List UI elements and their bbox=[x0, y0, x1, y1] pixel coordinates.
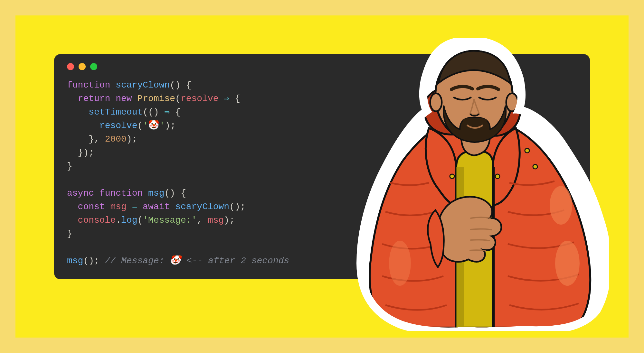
function-name: scaryClown bbox=[175, 202, 229, 212]
keyword: await bbox=[143, 202, 170, 212]
code-block: function scaryClown() { return new Promi… bbox=[67, 79, 577, 268]
keyword: function bbox=[67, 80, 110, 90]
keyword: async bbox=[67, 188, 94, 198]
keyword: return bbox=[78, 94, 110, 104]
identifier: resolve bbox=[181, 94, 219, 104]
function-name: msg bbox=[67, 256, 83, 266]
maximize-icon[interactable] bbox=[90, 63, 97, 70]
minimize-icon[interactable] bbox=[79, 63, 86, 70]
function-name: setTimeout bbox=[89, 107, 143, 117]
string-literal: 'Message:' bbox=[143, 215, 197, 225]
string-literal: '🤡' bbox=[143, 121, 165, 131]
arrow-operator: ⇒ bbox=[164, 107, 170, 117]
function-name: msg bbox=[148, 188, 164, 198]
identifier: msg bbox=[110, 202, 126, 212]
class-name: Promise bbox=[137, 94, 175, 104]
keyword: function bbox=[99, 188, 143, 198]
function-name: resolve bbox=[99, 121, 137, 131]
operator: = bbox=[132, 202, 137, 212]
function-name: scaryClown bbox=[116, 80, 170, 90]
punctuation: () { bbox=[170, 80, 191, 90]
identifier: console bbox=[78, 215, 116, 225]
arrow-operator: ⇒ bbox=[224, 94, 229, 104]
code-editor-window: function scaryClown() { return new Promi… bbox=[54, 54, 590, 279]
number-literal: 2000 bbox=[105, 134, 127, 144]
close-icon[interactable] bbox=[67, 63, 74, 70]
inner-frame: function scaryClown() { return new Promi… bbox=[15, 15, 629, 338]
window-controls bbox=[67, 63, 577, 70]
function-name: log bbox=[121, 215, 137, 225]
outer-frame: function scaryClown() { return new Promi… bbox=[0, 0, 644, 353]
keyword: const bbox=[78, 202, 105, 212]
comment: // Message: 🤡 <-- after 2 seconds bbox=[105, 256, 289, 266]
identifier: msg bbox=[208, 215, 224, 225]
keyword: new bbox=[116, 94, 132, 104]
